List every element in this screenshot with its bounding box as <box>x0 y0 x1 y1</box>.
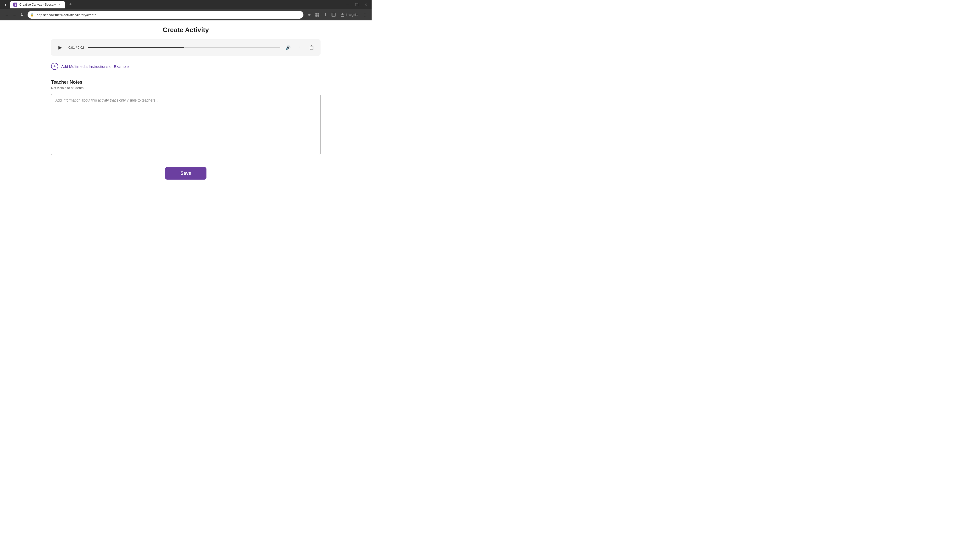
address-nav: ← → ↻ <box>3 11 25 18</box>
svg-rect-0 <box>315 13 317 14</box>
volume-button[interactable]: 🔊 <box>284 44 292 51</box>
teacher-notes-section: Teacher Notes Not visible to students. <box>51 79 321 156</box>
close-btn[interactable]: ✕ <box>363 1 369 8</box>
more-options-button[interactable]: ⋮ <box>296 44 304 51</box>
tab-title: Creative Canvas - Seesaw <box>19 3 56 6</box>
maximize-btn[interactable]: ❐ <box>353 1 360 8</box>
teacher-notes-subtitle: Not visible to students. <box>51 86 321 90</box>
progress-bar[interactable] <box>88 47 280 48</box>
address-bar-row: ← → ↻ 🔒 ★ ⬇ <box>0 9 372 21</box>
tab-close-btn[interactable]: × <box>58 3 62 6</box>
delete-audio-button[interactable] <box>308 44 315 51</box>
tab-favicon: S <box>13 3 18 6</box>
incognito-badge[interactable]: Incognito <box>338 11 360 18</box>
audio-player: ▶ 0:01 / 0:02 🔊 ⋮ <box>51 39 321 56</box>
new-tab-btn[interactable]: + <box>67 1 74 8</box>
teacher-notes-title: Teacher Notes <box>51 79 321 85</box>
download-btn[interactable]: ⬇ <box>322 11 329 18</box>
sidebar-btn[interactable] <box>330 11 337 18</box>
incognito-label: Incognito <box>346 13 358 17</box>
bookmark-btn[interactable]: ★ <box>305 11 313 18</box>
browser-chrome: ▼ S Creative Canvas - Seesaw × + — <box>0 0 372 21</box>
svg-rect-4 <box>332 13 335 17</box>
address-bar-actions: ★ ⬇ Incog <box>305 11 369 18</box>
time-display: 0:01 / 0:02 <box>68 46 84 49</box>
active-tab[interactable]: S Creative Canvas - Seesaw × <box>10 1 65 8</box>
extensions-btn[interactable] <box>313 11 321 18</box>
add-multimedia-btn[interactable]: + Add Multimedia Instructions or Example <box>51 61 321 72</box>
page-content: ← Create Activity ▶ 0:01 / 0:02 🔊 ⋮ <box>0 21 372 199</box>
svg-rect-7 <box>310 46 313 50</box>
add-multimedia-label: Add Multimedia Instructions or Example <box>61 64 129 68</box>
svg-rect-1 <box>318 13 319 14</box>
tab-bar-area: ▼ S Creative Canvas - Seesaw × + <box>2 1 74 8</box>
page-main: ▶ 0:01 / 0:02 🔊 ⋮ <box>0 39 372 187</box>
minimize-btn[interactable]: — <box>344 1 351 8</box>
tab-dropdown-btn[interactable]: ▼ <box>2 1 9 8</box>
add-multimedia-icon: + <box>51 63 58 70</box>
save-section: Save <box>51 162 321 187</box>
address-input[interactable] <box>27 11 304 19</box>
play-button[interactable]: ▶ <box>56 43 64 52</box>
lock-icon: 🔒 <box>30 13 34 17</box>
svg-point-6 <box>342 13 344 15</box>
back-nav-btn[interactable]: ← <box>3 11 10 18</box>
progress-bar-fill <box>88 47 184 48</box>
refresh-nav-btn[interactable]: ↻ <box>18 11 25 18</box>
back-button[interactable]: ← <box>10 25 18 34</box>
page-title: Create Activity <box>162 26 209 34</box>
window-controls: — ❐ ✕ <box>344 1 369 8</box>
teacher-notes-textarea[interactable] <box>51 94 321 155</box>
page-header: ← Create Activity <box>0 21 372 39</box>
svg-rect-2 <box>315 15 317 17</box>
browser-menu-btn[interactable]: ⋮ <box>361 11 369 18</box>
forward-nav-btn[interactable]: → <box>11 11 18 18</box>
address-wrapper: 🔒 <box>27 11 304 19</box>
svg-rect-3 <box>318 15 319 17</box>
title-bar: ▼ S Creative Canvas - Seesaw × + — <box>0 0 372 9</box>
save-button[interactable]: Save <box>165 167 207 179</box>
